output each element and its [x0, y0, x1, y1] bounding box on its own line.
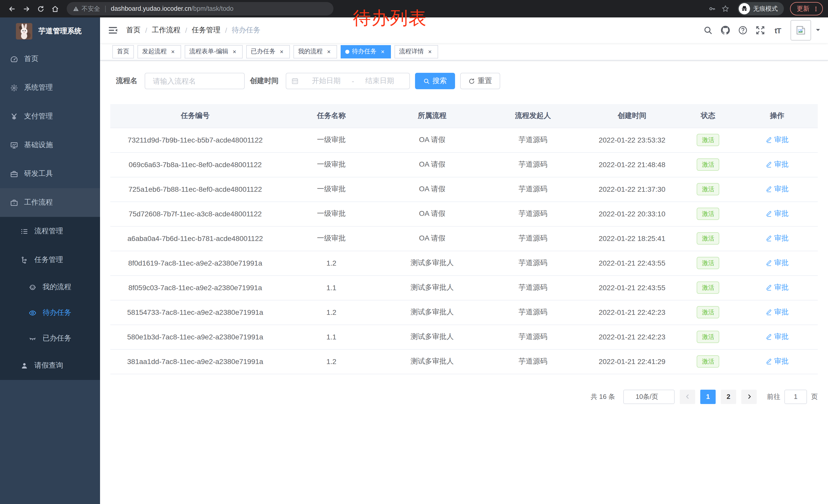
approve-button[interactable]: 审批: [765, 209, 788, 218]
help-button[interactable]: [734, 17, 752, 43]
table-row: 73211d9d-7b9b-11ec-b5b7-acde48001122一级审批…: [110, 128, 818, 152]
cell-starter: 芋道源码: [482, 128, 584, 152]
font-size-button[interactable]: tT: [769, 17, 786, 43]
bookmark-star-icon[interactable]: [719, 3, 732, 15]
breadcrumb-item-workflow[interactable]: 工作流程: [152, 26, 180, 35]
cell-task-name: 一级审批: [280, 226, 383, 251]
cell-operation: 审批: [736, 201, 818, 226]
approve-button[interactable]: 审批: [765, 185, 788, 194]
browser-reload-button[interactable]: [34, 2, 47, 15]
address-bar[interactable]: 不安全 dashboard.yudao.iocoder.cn/bpm/task/…: [67, 2, 333, 15]
cell-created-time: 2022-01-21 22:43:55: [584, 275, 680, 300]
sidebar-item-task-management[interactable]: 任务管理: [0, 245, 100, 274]
close-icon[interactable]: ×: [379, 48, 386, 55]
close-icon[interactable]: ×: [231, 48, 238, 55]
eye-open-icon: [29, 309, 36, 317]
page-size-value: 10条/页: [636, 392, 658, 401]
avatar[interactable]: [791, 20, 811, 41]
cell-task-id: 73211d9d-7b9b-11ec-b5b7-acde48001122: [110, 128, 280, 152]
password-key-icon[interactable]: [706, 3, 718, 15]
approve-button[interactable]: 审批: [765, 234, 788, 243]
active-tab-dot: [345, 49, 349, 54]
cell-operation: 审批: [736, 275, 818, 300]
approve-label: 审批: [774, 135, 788, 145]
search-button[interactable]: [699, 17, 717, 43]
cell-starter: 芋道源码: [482, 152, 584, 177]
browser-back-button[interactable]: [5, 2, 18, 15]
approve-button[interactable]: 审批: [765, 332, 788, 341]
dots-vertical-icon: [813, 6, 819, 11]
cell-status: 激活: [680, 275, 736, 300]
update-button[interactable]: 更新: [790, 2, 823, 15]
browser-forward-button[interactable]: [19, 2, 33, 15]
sidebar-item-label: 请假查询: [34, 361, 63, 370]
reset-button[interactable]: 重置: [460, 73, 500, 89]
tab-done-tasks[interactable]: 已办任务×: [246, 45, 290, 58]
status-badge: 激活: [697, 208, 719, 220]
fullscreen-button[interactable]: [752, 17, 769, 43]
approve-button[interactable]: 审批: [765, 357, 788, 366]
close-icon[interactable]: ×: [426, 48, 433, 55]
close-icon[interactable]: ×: [169, 48, 176, 55]
end-date-placeholder[interactable]: 结束日期: [355, 77, 404, 86]
user-icon: [20, 362, 28, 369]
incognito-badge: 无痕模式: [738, 2, 784, 15]
close-icon[interactable]: ×: [278, 48, 285, 55]
page-unit-label: 页: [811, 392, 818, 401]
sidebar-item-workflow[interactable]: 工作流程: [0, 188, 100, 217]
sidebar-item-home[interactable]: 首页: [0, 45, 100, 73]
tab-todo-tasks[interactable]: 待办任务×: [341, 45, 391, 58]
breadcrumb-item-task-management[interactable]: 任务管理: [192, 26, 220, 35]
app-logo[interactable]: 芋道管理系统: [0, 17, 100, 45]
sidebar-toggle-button[interactable]: [100, 17, 126, 43]
approve-button[interactable]: 审批: [765, 135, 788, 145]
cell-task-name: 1.2: [280, 251, 383, 275]
tag-bar: 首页发起流程×流程表单-编辑×已办任务×我的流程×待办任务×流程详情×: [100, 43, 828, 60]
page-size-select[interactable]: 10条/页: [623, 390, 675, 404]
next-page-button[interactable]: [741, 390, 757, 404]
cell-process: 测试多审批人: [383, 349, 482, 374]
sidebar-item-done-tasks[interactable]: 已办任务: [0, 326, 100, 351]
search-submit-button[interactable]: 搜索: [415, 73, 455, 89]
start-date-placeholder[interactable]: 开始日期: [302, 77, 350, 86]
approve-label: 审批: [774, 308, 788, 317]
sidebar-item-process-management[interactable]: 流程管理: [0, 217, 100, 245]
cell-status: 激活: [680, 128, 736, 152]
sidebar-item-infrastructure[interactable]: 基础设施: [0, 131, 100, 159]
cell-task-id: 8f0d1619-7ac8-11ec-a9e2-a2380e71991a: [110, 251, 280, 275]
cell-process: OA 请假: [383, 226, 482, 251]
goto-page-input[interactable]: [784, 390, 807, 404]
tab-label: 流程详情: [399, 47, 424, 56]
briefcase-icon: [10, 199, 18, 207]
sidebar-item-leave-query[interactable]: 请假查询: [0, 351, 100, 380]
approve-button[interactable]: 审批: [765, 259, 788, 268]
sidebar-item-todo-tasks[interactable]: 待办任务: [0, 300, 100, 326]
sidebar-item-dev-tools[interactable]: 研发工具: [0, 159, 100, 188]
browser-home-button[interactable]: [48, 2, 61, 15]
process-name-input[interactable]: [145, 73, 245, 89]
approve-button[interactable]: 审批: [765, 283, 788, 292]
tab-start-process[interactable]: 发起流程×: [137, 45, 181, 58]
sidebar-item-my-process[interactable]: 我的流程: [0, 274, 100, 300]
approve-button[interactable]: 审批: [765, 160, 788, 169]
tab-process-detail[interactable]: 流程详情×: [395, 45, 438, 58]
close-icon[interactable]: ×: [325, 48, 332, 55]
date-range-picker[interactable]: 开始日期 - 结束日期: [286, 73, 410, 89]
page-button-1[interactable]: 1: [700, 390, 716, 404]
column-header: 任务名称: [280, 104, 383, 128]
tab-home[interactable]: 首页: [112, 45, 134, 58]
column-header: 流程发起人: [482, 104, 584, 128]
tab-form-edit[interactable]: 流程表单-编辑×: [185, 45, 243, 58]
avatar-caret-icon[interactable]: [815, 27, 821, 34]
eye-closed-icon: [29, 334, 36, 342]
github-button[interactable]: [717, 17, 734, 43]
page-button-2[interactable]: 2: [721, 390, 736, 404]
cell-operation: 审批: [736, 152, 818, 177]
breadcrumb-item-home[interactable]: 首页: [126, 26, 140, 35]
sidebar-item-payment-management[interactable]: 支付管理: [0, 102, 100, 131]
tab-my-process[interactable]: 我的流程×: [293, 45, 337, 58]
approve-button[interactable]: 审批: [765, 308, 788, 317]
prev-page-button[interactable]: [680, 390, 695, 404]
cell-created-time: 2022-01-22 21:37:30: [584, 177, 680, 201]
sidebar-item-system-management[interactable]: 系统管理: [0, 73, 100, 102]
